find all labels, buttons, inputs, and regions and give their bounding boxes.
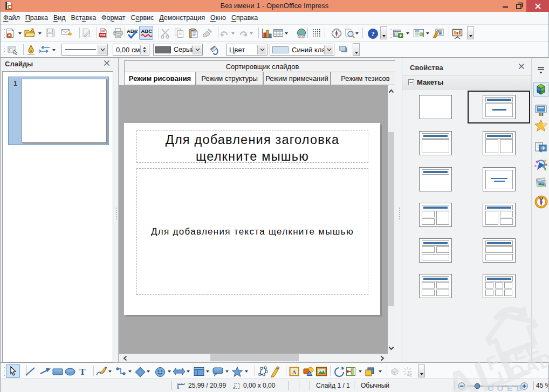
svg-text:N: N	[540, 197, 541, 200]
svg-text:PDF: PDF	[100, 33, 106, 37]
svg-text:ABC: ABC	[141, 28, 152, 34]
svg-text:A: A	[292, 369, 297, 375]
svg-text:?: ?	[371, 30, 374, 38]
svg-text:T: T	[79, 367, 86, 377]
